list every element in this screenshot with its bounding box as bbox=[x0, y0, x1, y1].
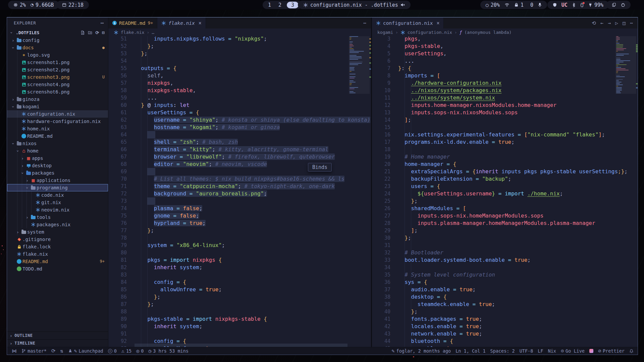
tree-item-code-nix[interactable]: code.nix bbox=[7, 191, 108, 199]
tree-item-docs[interactable]: ›docs● bbox=[7, 44, 108, 51]
minimap-slider[interactable] bbox=[349, 36, 370, 94]
tree-item-hardware-configuration-nix[interactable]: hardware-configuration.nix bbox=[7, 118, 108, 125]
breadcrumb-right[interactable]: kogami › configuration.nix › ƒ (anonymou… bbox=[372, 28, 638, 36]
status-sync-changes[interactable]: ⟳ bbox=[51, 349, 56, 354]
tab-readme[interactable]: i README.md 9+ bbox=[108, 17, 157, 28]
status-prettier[interactable]: ⊘Prettier bbox=[598, 348, 625, 354]
horizontal-scrollbar[interactable] bbox=[135, 344, 347, 347]
tree-item-nixos[interactable]: ›nixos bbox=[7, 140, 108, 147]
status-compare-changes[interactable]: ⇅ bbox=[60, 349, 63, 354]
tree-item-screenshot6-png[interactable]: screenshot6.png bbox=[7, 88, 108, 96]
tree-item-home[interactable]: ›⌂home bbox=[7, 147, 108, 155]
tree-item-kogami[interactable]: ›kogami bbox=[7, 103, 108, 110]
tree-item-config[interactable]: ›config bbox=[7, 37, 108, 44]
nav-back-icon[interactable]: ← bbox=[600, 20, 603, 26]
tree-item-screenshot4-png[interactable]: screenshot4.png bbox=[7, 81, 108, 88]
clipboard[interactable] bbox=[612, 3, 616, 7]
tree-item-screenshot1-png[interactable]: screenshot1.png bbox=[7, 59, 108, 66]
tree-item-logo-svg[interactable]: ∗logo.svg bbox=[7, 51, 108, 59]
tree-item-neovim-nix[interactable]: neovim.nix bbox=[7, 206, 108, 214]
mouse-battery[interactable] bbox=[580, 3, 584, 7]
status-eol[interactable]: LF bbox=[538, 348, 543, 354]
more-actions-icon[interactable]: ⋯ bbox=[630, 20, 633, 26]
tree-item-screenshot3-png[interactable]: screenshot3.pngU bbox=[7, 73, 108, 81]
vpn[interactable] bbox=[553, 3, 557, 7]
power-menu[interactable] bbox=[621, 3, 625, 7]
status-encoding[interactable]: UTF-8 bbox=[520, 348, 533, 354]
split-editor-icon[interactable]: ◫ bbox=[623, 20, 626, 26]
explorer-more-actions-icon[interactable]: ⋯ bbox=[101, 20, 104, 26]
memory-usage[interactable]: ◔9.66GB bbox=[31, 2, 54, 8]
status-remote-window[interactable]: ⋈ bbox=[12, 349, 17, 354]
status-extension[interactable] bbox=[589, 349, 593, 353]
editor-configuration-nix[interactable]: 3 pkgs,4 pkgs-stable,5 userSettings,6 ..… bbox=[372, 36, 638, 347]
tab-flake-nix[interactable]: flake.nix × bbox=[157, 17, 206, 28]
workspace-1[interactable]: 1 bbox=[266, 2, 273, 8]
tree-item-apps[interactable]: ›▦apps bbox=[7, 155, 108, 162]
workspace-3-active[interactable]: 3 bbox=[287, 2, 299, 8]
breadcrumb-left[interactable]: flake.nix › … bbox=[108, 28, 371, 36]
status-git-branch[interactable]: master* bbox=[21, 348, 47, 354]
more-actions-icon[interactable]: ⋯ bbox=[363, 20, 366, 26]
volume[interactable]: 0 bbox=[528, 2, 533, 8]
status-blame[interactable]: ✎foglar, 2 months ago bbox=[392, 348, 451, 354]
outline-section[interactable]: › OUTLINE bbox=[7, 331, 108, 339]
microphone[interactable] bbox=[538, 3, 542, 7]
brightness[interactable]: ○20% bbox=[486, 2, 500, 8]
close-icon[interactable]: × bbox=[436, 20, 439, 26]
tree-item-readme-md[interactable]: iREADME.md9+ bbox=[7, 258, 108, 265]
tree-item-home-nix[interactable]: home.nix bbox=[7, 125, 108, 132]
keyboard-layout[interactable]: UC bbox=[561, 2, 568, 8]
collapse-all-icon[interactable]: ⊟ bbox=[102, 30, 105, 35]
cpu-usage[interactable]: 2% bbox=[13, 2, 26, 8]
status-go-live[interactable]: ⊙Go Live bbox=[561, 348, 585, 354]
tree-item-screenshot2-png[interactable]: screenshot2.png bbox=[7, 66, 108, 73]
editor-flake-nix[interactable]: 51 inputs.nixpkgs.follows = "nixpkgs";52… bbox=[108, 36, 371, 347]
minimap[interactable] bbox=[350, 36, 369, 347]
clock[interactable]: 22:18 bbox=[62, 2, 84, 8]
tree-item-readme-md[interactable]: iREADME.md bbox=[7, 132, 108, 140]
status-cursor-position[interactable]: Ln 1, Col 1 bbox=[455, 348, 485, 354]
tree-item--gitignore[interactable]: .gitignore bbox=[7, 236, 108, 243]
idle-lock[interactable]: 1 bbox=[514, 2, 524, 8]
tree-item-system[interactable]: ›system bbox=[7, 228, 108, 236]
status-warnings[interactable]: ⚠15 bbox=[121, 348, 131, 354]
tree-item-tools[interactable]: ›tools bbox=[7, 214, 108, 221]
tree-item-desktop[interactable]: ›desktop bbox=[7, 162, 108, 169]
status-indentation[interactable]: Spaces: 2 bbox=[490, 348, 515, 354]
run-icon[interactable]: ▷ bbox=[615, 20, 618, 26]
nav-forward-icon[interactable]: → bbox=[608, 20, 611, 26]
status-launchpad[interactable]: ✎Launchpad bbox=[68, 348, 103, 354]
status-session-time[interactable]: ◷3 hrs 53 mins bbox=[148, 348, 189, 354]
bluetooth[interactable] bbox=[572, 3, 576, 7]
history-icon[interactable]: ⟲ bbox=[592, 20, 596, 26]
status-notifications[interactable] bbox=[629, 349, 634, 353]
wifi[interactable] bbox=[504, 3, 509, 7]
tree-item-programming[interactable]: ›programming bbox=[7, 184, 108, 191]
status-ports[interactable]: ◎0 bbox=[136, 348, 144, 354]
tree-item-configuration-nix[interactable]: configuration.nix bbox=[7, 110, 108, 118]
tree-root-dotfiles[interactable]: › .DOTFILES ⟳ ⊟ bbox=[7, 28, 108, 37]
minimap-slider[interactable] bbox=[615, 36, 636, 94]
tree-item-todo-md[interactable]: ✓TODO.md bbox=[7, 265, 108, 273]
minimap[interactable] bbox=[616, 36, 636, 347]
tree-item-git-nix[interactable]: git.nix bbox=[7, 199, 108, 206]
battery[interactable]: 99% bbox=[588, 2, 603, 8]
status-errors[interactable]: ×0 bbox=[108, 348, 117, 354]
status-language-mode[interactable]: Nix bbox=[548, 348, 556, 354]
workspace-2[interactable]: 2 bbox=[276, 2, 283, 8]
new-file-icon[interactable] bbox=[80, 31, 85, 35]
tree-item-flake-nix[interactable]: flake.nix bbox=[7, 250, 108, 258]
tree-item-ginoza[interactable]: ›ginoza bbox=[7, 96, 108, 103]
refresh-icon[interactable]: ⟳ bbox=[95, 30, 99, 35]
tree-item-applications[interactable]: ›▦applications bbox=[7, 177, 108, 184]
tab-configuration-nix[interactable]: configuration.nix × bbox=[372, 17, 444, 28]
close-icon[interactable]: × bbox=[199, 20, 202, 26]
new-folder-icon[interactable] bbox=[88, 31, 92, 35]
mute-icon[interactable] bbox=[400, 3, 405, 7]
tree-item-packages[interactable]: ›packages bbox=[7, 169, 108, 177]
tree-item-flake-lock[interactable]: flake.lock bbox=[7, 243, 108, 250]
timeline-section[interactable]: › TIMELINE bbox=[7, 339, 108, 347]
code-line-17: 17 programs.nix-ld.dev.enable = true; bbox=[372, 138, 638, 146]
tree-item-packages-nix[interactable]: packages.nix bbox=[7, 221, 108, 228]
